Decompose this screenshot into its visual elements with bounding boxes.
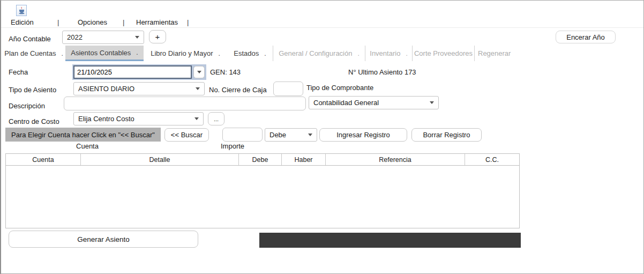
tab-dot: . (218, 50, 220, 57)
tab-regenerar[interactable]: Regenerar (475, 46, 518, 61)
coffee-cup-icon (18, 6, 25, 14)
tab-dot: . (357, 50, 359, 57)
importe-caption: Importe (221, 142, 244, 150)
menu-separator: | (123, 18, 124, 26)
anio-contable-value: 2022 (67, 33, 132, 41)
add-year-button[interactable]: + (149, 30, 166, 43)
tab-label: Estados (234, 49, 259, 57)
buscar-button[interactable]: << Buscar (164, 128, 209, 142)
column-header-haber: Haber (282, 154, 326, 165)
fecha-label: Fecha (9, 68, 28, 76)
tipo-asiento-select[interactable]: ASIENTO DIARIO (73, 82, 205, 95)
chevron-down-icon (196, 87, 200, 90)
menu-edicion[interactable]: Edición (11, 18, 34, 26)
fecha-input[interactable] (73, 65, 192, 79)
anio-contable-label: Año Contable (9, 35, 51, 43)
centro-costo-select[interactable]: Elija Centro Costo (73, 112, 204, 125)
java-app-icon (16, 5, 27, 16)
generar-asiento-button[interactable]: Generar Asiento (9, 231, 198, 248)
tab-label: Corte Proveedores (414, 49, 473, 57)
tipo-asiento-label: Tipo de Asiento (9, 86, 56, 94)
tab-inventario[interactable]: Inventario. (365, 46, 413, 61)
column-header-cuenta: Cuenta (6, 154, 81, 165)
tab-estados[interactable]: Estados. (227, 46, 273, 61)
cierre-caja-input[interactable] (273, 82, 303, 96)
menu-opciones[interactable]: Opciones (78, 18, 107, 26)
tab-dot: . (406, 50, 407, 57)
cuenta-caption: Cuenta (71, 142, 104, 150)
tab-label: Asientos Contables (71, 49, 131, 57)
tab-label: Plan de Cuentas (4, 49, 56, 57)
status-dark-bar (259, 233, 521, 248)
table-header-row: Cuenta Detalle Debe Haber Referencia C.C… (6, 154, 519, 166)
centro-costo-browse-button[interactable]: ... (208, 112, 224, 125)
tipo-comprobante-label: Tipo de Comprobante (306, 84, 373, 92)
menu-herramientas[interactable]: Herramientas (136, 18, 178, 26)
chevron-down-icon (197, 71, 201, 73)
tab-asientos-contables[interactable]: Asientos Contables. (65, 46, 144, 61)
date-chooser (72, 64, 206, 80)
tab-plan-de-cuentas[interactable]: Plan de Cuentas. (2, 46, 65, 61)
tab-corte-proveedores[interactable]: Corte Proveedores (413, 46, 475, 61)
tab-general-configuracion[interactable]: General / Configuración. (273, 46, 365, 61)
buscar-hint-panel: Para Elegir Cuenta hacer Click en "<< Bu… (5, 128, 161, 142)
fecha-dropdown-button[interactable] (193, 66, 205, 78)
tab-label: General / Configuración (279, 49, 352, 57)
centro-costo-label: Centro de Costo (9, 117, 59, 125)
tab-label: Libro Diario y Mayor (151, 49, 213, 57)
anio-contable-select[interactable]: 2022 (62, 31, 144, 44)
chevron-down-icon (308, 134, 312, 136)
chevron-down-icon (430, 101, 434, 104)
chevron-down-icon (194, 117, 199, 120)
ultimo-asiento-text: N° Ultimo Asiento 173 (348, 68, 416, 76)
gen-number-text: GEN: 143 (210, 68, 241, 76)
tipo-asiento-value: ASIENTO DIARIO (78, 85, 192, 93)
encerar-anio-button[interactable]: Encerar Año (556, 31, 616, 43)
column-header-cc: C.C. (465, 154, 519, 165)
tab-dot: . (61, 50, 63, 57)
table-body-empty (6, 166, 519, 228)
ingresar-registro-button[interactable]: Ingresar Registro (319, 128, 407, 142)
tab-dot: . (136, 49, 138, 56)
accounting-app-window: Edición | Opciones | Herramientas | Año … (0, 0, 644, 274)
menu-separator: | (57, 18, 59, 26)
tipo-comprobante-select[interactable]: Contabilidad General (309, 96, 439, 109)
column-header-debe: Debe (239, 154, 282, 165)
buscar-hint-text: Para Elegir Cuenta hacer Click en "<< Bu… (11, 131, 155, 139)
debe-haber-value: Debe (269, 131, 305, 139)
menu-bar: Edición | Opciones | Herramientas | (1, 17, 643, 28)
descripcion-input[interactable] (64, 97, 306, 110)
tab-label: Regenerar (478, 49, 511, 57)
cierre-caja-label: No. Cierre de Caja (209, 86, 267, 94)
centro-costo-value: Elija Centro Costo (78, 115, 191, 123)
chevron-down-icon (135, 36, 139, 39)
descripcion-label: Descripción (9, 102, 45, 110)
column-header-detalle: Detalle (81, 154, 239, 165)
tab-bar: Plan de Cuentas. Asientos Contables. Lib… (1, 46, 643, 61)
menu-separator: | (187, 18, 189, 26)
tab-dot: . (264, 50, 266, 57)
tipo-comprobante-value: Contabilidad General (313, 99, 426, 107)
asientos-table: Cuenta Detalle Debe Haber Referencia C.C… (5, 153, 520, 228)
debe-haber-select[interactable]: Debe (265, 128, 317, 142)
column-header-referencia: Referencia (326, 154, 465, 165)
borrar-registro-button[interactable]: Borrar Registro (411, 128, 482, 142)
tab-label: Inventario (370, 49, 400, 57)
importe-input[interactable] (222, 128, 263, 142)
tab-libro-diario-y-mayor[interactable]: Libro Diario y Mayor. (144, 46, 227, 61)
